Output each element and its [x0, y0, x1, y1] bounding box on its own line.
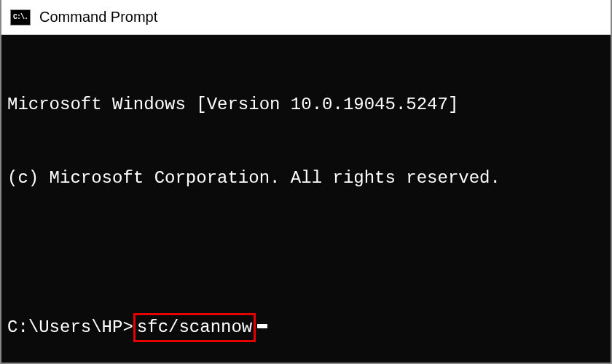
- titlebar[interactable]: C:\. Command Prompt: [1, 0, 611, 35]
- command-prompt-window: C:\. Command Prompt Microsoft Windows [V…: [0, 0, 612, 364]
- cursor: [257, 324, 267, 328]
- cmd-icon: C:\.: [10, 9, 31, 25]
- copyright-line: (c) Microsoft Corporation. All rights re…: [7, 166, 605, 191]
- prompt-line: C:\Users\HP>sfc/scannow: [7, 313, 605, 342]
- terminal-area[interactable]: Microsoft Windows [Version 10.0.19045.52…: [1, 35, 611, 363]
- version-line: Microsoft Windows [Version 10.0.19045.52…: [7, 92, 605, 117]
- blank-line: [7, 240, 605, 264]
- window-title: Command Prompt: [39, 9, 157, 25]
- command-input[interactable]: sfc/scannow: [133, 313, 256, 342]
- prompt-path: C:\Users\HP>: [7, 315, 133, 340]
